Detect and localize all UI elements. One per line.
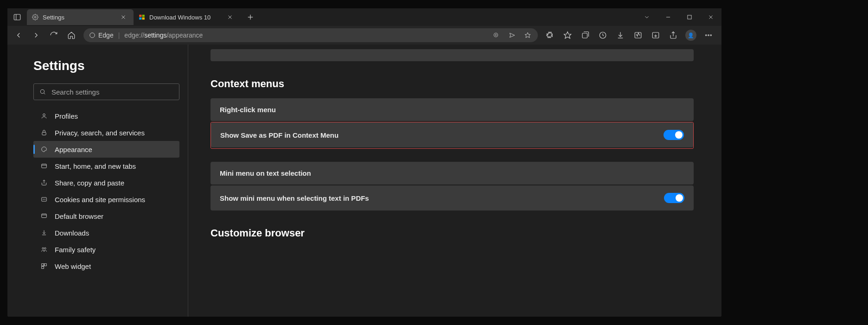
svg-rect-52	[42, 264, 44, 266]
sidebar-item-web-widget[interactable]: Web widget	[33, 258, 179, 274]
profile-avatar[interactable]: 👤	[683, 27, 699, 44]
svg-point-17	[90, 33, 95, 38]
widget-icon	[40, 262, 48, 270]
close-button[interactable]	[700, 8, 721, 26]
svg-rect-24	[582, 33, 587, 38]
send-icon[interactable]	[507, 31, 517, 40]
profile-icon	[40, 112, 48, 120]
svg-rect-46	[42, 214, 47, 217]
prev-section-card	[211, 49, 694, 61]
home-button[interactable]	[63, 27, 80, 44]
share-icon	[40, 178, 48, 187]
sidebar-item-label: Share, copy and paste	[55, 179, 124, 187]
tabs-icon	[40, 162, 48, 170]
svg-point-36	[40, 89, 44, 93]
svg-rect-40	[42, 164, 47, 168]
content: Settings Search settings Profiles Privac…	[7, 45, 721, 317]
edge-brand: Edge	[89, 32, 114, 39]
svg-rect-39	[42, 132, 46, 135]
sidebar-item-label: Cookies and site permissions	[55, 196, 145, 204]
section-context-menus: Context menus	[211, 78, 694, 90]
minimize-button[interactable]	[657, 8, 679, 26]
close-icon[interactable]	[224, 12, 236, 23]
tab-actions-button[interactable]	[7, 8, 27, 26]
maximize-button[interactable]	[679, 8, 700, 26]
web-capture-icon[interactable]	[647, 27, 664, 44]
refresh-button[interactable]	[45, 27, 62, 44]
windows-icon	[138, 13, 146, 21]
download-icon	[40, 229, 48, 237]
row-mini-menu-pdf: Show mini menu when selecting text in PD…	[211, 185, 694, 210]
forward-button[interactable]	[28, 27, 45, 44]
navbar: Edge | edge://settings/appearance 👤	[7, 26, 721, 45]
search-input[interactable]: Search settings	[33, 83, 179, 100]
browser-icon	[40, 212, 48, 220]
tabs: Settings Download Windows 10	[27, 9, 257, 25]
cookies-icon	[40, 195, 48, 204]
svg-line-37	[44, 93, 45, 94]
svg-rect-8	[142, 18, 145, 20]
window-controls	[636, 8, 721, 26]
titlebar: Settings Download Windows 10	[7, 8, 721, 26]
history-icon[interactable]	[594, 27, 611, 44]
row-label: Show Save as PDF in Context Menu	[220, 131, 664, 139]
sidebar-item-appearance[interactable]: Appearance	[33, 141, 179, 158]
downloads-icon[interactable]	[612, 27, 629, 44]
sidebar-item-downloads[interactable]: Downloads	[33, 224, 179, 241]
svg-point-33	[706, 35, 707, 36]
address-bar[interactable]: Edge | edge://settings/appearance	[83, 28, 538, 42]
row-mini-menu-head[interactable]: Mini menu on text selection	[211, 162, 694, 185]
collections-icon[interactable]	[577, 27, 594, 44]
new-tab-button[interactable]	[244, 11, 257, 24]
svg-rect-7	[139, 18, 141, 20]
toolbar-icons: 👤	[542, 27, 719, 44]
star-add-icon[interactable]	[523, 31, 532, 40]
lock-icon	[40, 128, 48, 137]
share-icon[interactable]	[665, 27, 682, 44]
tab-download-windows[interactable]: Download Windows 10	[134, 9, 240, 25]
chevron-down-icon[interactable]	[636, 8, 657, 26]
zoom-icon[interactable]	[491, 31, 501, 40]
tab-label: Download Windows 10	[149, 14, 221, 21]
svg-point-44	[43, 199, 44, 199]
sidebar-item-family[interactable]: Family safety	[33, 241, 179, 258]
page-title: Settings	[33, 58, 179, 73]
svg-point-45	[45, 199, 45, 199]
toggle-save-as-pdf[interactable]	[664, 130, 684, 140]
section-customize-browser: Customize browser	[211, 227, 694, 239]
close-icon[interactable]	[118, 12, 129, 23]
settings-sidebar: Settings Search settings Profiles Privac…	[7, 45, 188, 317]
more-menu-icon[interactable]	[700, 27, 717, 44]
svg-marker-21	[510, 33, 515, 37]
svg-rect-5	[139, 15, 141, 17]
math-solver-icon[interactable]	[630, 27, 646, 44]
browser-window: Settings Download Windows 10	[7, 8, 721, 317]
extensions-icon[interactable]	[542, 27, 558, 44]
tab-settings[interactable]: Settings	[27, 9, 134, 25]
toggle-mini-menu-pdf[interactable]	[664, 193, 684, 203]
sidebar-item-share[interactable]: Share, copy and paste	[33, 174, 179, 191]
settings-main[interactable]: Context menus Right-click menu Show Save…	[188, 45, 721, 317]
svg-rect-0	[14, 14, 20, 20]
svg-point-50	[42, 248, 44, 249]
sidebar-item-start[interactable]: Start, home, and new tabs	[33, 158, 179, 174]
row-right-click-menu[interactable]: Right-click menu	[211, 98, 694, 121]
sidebar-item-privacy[interactable]: Privacy, search, and services	[33, 124, 179, 141]
svg-rect-53	[45, 264, 47, 266]
svg-point-38	[43, 114, 45, 116]
svg-marker-23	[564, 32, 571, 38]
row-label: Mini menu on text selection	[220, 169, 311, 177]
row-label: Show mini menu when selecting text in PD…	[220, 194, 664, 202]
url-text: edge://settings/appearance	[124, 32, 203, 39]
back-button[interactable]	[10, 27, 27, 44]
sidebar-item-label: Default browser	[55, 212, 103, 220]
favorites-icon[interactable]	[559, 27, 576, 44]
svg-marker-22	[525, 32, 530, 38]
sidebar-item-profiles[interactable]: Profiles	[33, 108, 179, 124]
row-label: Right-click menu	[220, 106, 276, 114]
sidebar-item-label: Profiles	[55, 112, 78, 120]
sidebar-item-default-browser[interactable]: Default browser	[33, 208, 179, 224]
svg-rect-54	[42, 267, 44, 269]
family-icon	[40, 245, 48, 254]
svg-rect-6	[142, 15, 145, 17]
